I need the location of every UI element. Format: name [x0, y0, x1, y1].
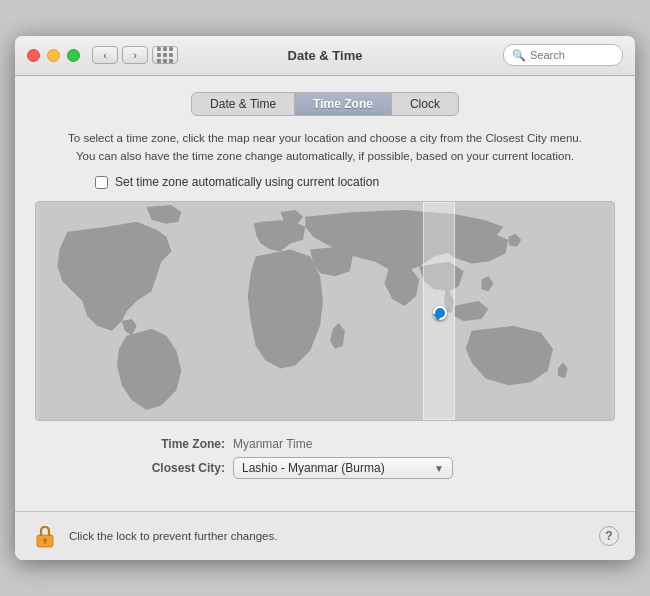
forward-button[interactable]: › [122, 46, 148, 64]
window-title: Date & Time [288, 48, 363, 63]
back-button[interactable]: ‹ [92, 46, 118, 64]
grid-button[interactable] [152, 46, 178, 64]
tab-bar: Date & Time Time Zone Clock [35, 92, 615, 116]
description-line1: To select a time zone, click the map nea… [68, 132, 582, 144]
auto-timezone-row: Set time zone automatically using curren… [35, 175, 615, 189]
location-marker [432, 306, 444, 318]
traffic-lights [27, 49, 80, 62]
description: To select a time zone, click the map nea… [35, 130, 615, 166]
tab-date-time[interactable]: Date & Time [192, 93, 295, 115]
auto-timezone-checkbox[interactable] [95, 176, 108, 189]
lock-icon[interactable] [31, 522, 59, 550]
tab-clock[interactable]: Clock [392, 93, 458, 115]
tab-time-zone[interactable]: Time Zone [295, 93, 392, 115]
search-icon: 🔍 [512, 49, 526, 62]
nav-buttons: ‹ › [92, 46, 148, 64]
help-button[interactable]: ? [599, 526, 619, 546]
closest-city-dropdown-value: Lashio - Myanmar (Burma) [242, 461, 385, 475]
bottom-bar: Click the lock to prevent further change… [15, 511, 635, 560]
titlebar: ‹ › Date & Time 🔍 [15, 36, 635, 76]
main-window: ‹ › Date & Time 🔍 Date & Time Time Zone … [15, 36, 635, 561]
closest-city-dropdown[interactable]: Lashio - Myanmar (Burma) ▼ [233, 457, 453, 479]
world-map[interactable] [35, 201, 615, 421]
minimize-button[interactable] [47, 49, 60, 62]
search-input[interactable] [530, 49, 614, 61]
timezone-row: Time Zone: Myanmar Time [135, 437, 615, 451]
search-box[interactable]: 🔍 [503, 44, 623, 66]
close-button[interactable] [27, 49, 40, 62]
timezone-value: Myanmar Time [233, 437, 312, 451]
svg-rect-3 [44, 540, 46, 544]
closest-city-label: Closest City: [135, 461, 225, 475]
auto-timezone-label: Set time zone automatically using curren… [115, 175, 379, 189]
description-line2: You can also have the time zone change a… [76, 150, 574, 162]
dropdown-arrow-icon: ▼ [434, 463, 444, 474]
closest-city-row: Closest City: Lashio - Myanmar (Burma) ▼ [135, 457, 615, 479]
timezone-label: Time Zone: [135, 437, 225, 451]
lock-text: Click the lock to prevent further change… [69, 530, 277, 542]
maximize-button[interactable] [67, 49, 80, 62]
tab-group: Date & Time Time Zone Clock [191, 92, 459, 116]
content-area: Date & Time Time Zone Clock To select a … [15, 76, 635, 512]
fields-section: Time Zone: Myanmar Time Closest City: La… [35, 437, 615, 479]
